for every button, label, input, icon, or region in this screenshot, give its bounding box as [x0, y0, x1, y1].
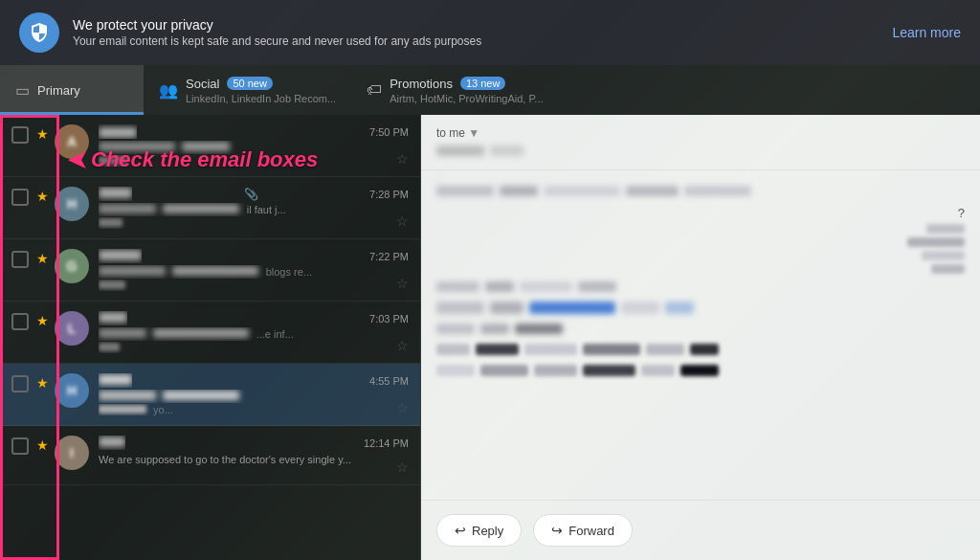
- forward-label: Forward: [568, 524, 614, 538]
- email-body-4: 7:03 PM ...e inf...: [99, 311, 409, 353]
- email-star-6[interactable]: ★: [36, 437, 49, 453]
- content-area: ➤ Check the email boxes ★ A 7:50 PM: [0, 115, 980, 560]
- email-sender-6: [99, 436, 125, 450]
- email-checkbox-5[interactable]: [11, 375, 29, 392]
- email-sender-4: [99, 311, 127, 325]
- email-checkbox-4[interactable]: [11, 313, 29, 330]
- tab-bar: ▭ Primary 👥 Social 50 new LinkedIn, Link…: [0, 65, 980, 115]
- tab-primary[interactable]: ▭ Primary: [0, 65, 144, 115]
- forward-button[interactable]: ↪ Forward: [533, 514, 633, 547]
- email-subject-3: blogs re...: [99, 265, 409, 279]
- tab-promotions-label: Promotions: [390, 77, 453, 91]
- tab-social-label: Social: [186, 77, 219, 91]
- email-preview-2: [99, 217, 409, 229]
- email-sender-1: [99, 124, 137, 139]
- privacy-text: We protect your privacy Your email conte…: [73, 17, 892, 48]
- star-button-4[interactable]: ☆: [396, 338, 409, 353]
- annotation-arrow: ➤: [67, 144, 89, 175]
- email-preview-3: [99, 280, 409, 291]
- privacy-title: We protect your privacy: [73, 17, 892, 33]
- email-avatar-5: H: [55, 373, 89, 408]
- email-subject-5: [99, 390, 409, 403]
- email-avatar-2: H: [55, 187, 89, 221]
- email-checkbox-2[interactable]: [11, 189, 29, 206]
- tab-promotions[interactable]: 🏷 Promotions 13 new Airtm, HotMic, ProWr…: [351, 65, 558, 115]
- social-subtitle: LinkedIn, LinkedIn Job Recom...: [186, 93, 336, 104]
- email-body-3: 7:22 PM blogs re...: [99, 249, 409, 291]
- learn-more-link[interactable]: Learn more: [892, 25, 961, 40]
- email-star-4[interactable]: ★: [36, 313, 49, 328]
- privacy-banner: We protect your privacy Your email conte…: [0, 0, 980, 65]
- star-button-1[interactable]: ☆: [396, 151, 409, 167]
- star-button-3[interactable]: ☆: [396, 276, 409, 291]
- promotions-badge: 13 new: [460, 77, 505, 90]
- attachment-icon-2: 📎: [244, 188, 258, 201]
- email-body-5: 4:55 PM yo...: [99, 373, 409, 415]
- tag-icon: 🏷: [367, 81, 382, 99]
- email-subject-2: il faut j...: [99, 203, 409, 216]
- reading-to: to me ▼: [436, 126, 965, 140]
- annotation-text: Check the email boxes: [91, 147, 318, 172]
- reply-button[interactable]: ↩ Reply: [436, 514, 522, 547]
- email-star-5[interactable]: ★: [36, 375, 49, 391]
- email-star-3[interactable]: ★: [36, 251, 49, 266]
- social-badge: 50 new: [227, 77, 272, 90]
- email-tag-2: il faut j...: [247, 204, 286, 215]
- tab-primary-label: Primary: [37, 83, 80, 98]
- inbox-icon: ▭: [15, 81, 30, 100]
- reading-pane: to me ▼: [421, 115, 980, 560]
- email-time-5: 4:55 PM: [369, 375, 409, 387]
- star-button-2[interactable]: ☆: [396, 213, 409, 229]
- email-avatar-4: L: [55, 311, 89, 346]
- email-preview-4: [99, 342, 409, 353]
- email-subject-4: ...e inf...: [99, 327, 409, 341]
- reading-footer: ↩ Reply ↪ Forward: [421, 500, 980, 560]
- email-sender-2: [99, 187, 132, 201]
- email-item-2[interactable]: ★ H 📎 7:28 PM il faut j...: [0, 177, 420, 239]
- email-checkbox-3[interactable]: [11, 251, 29, 268]
- reading-content: ?: [421, 170, 980, 500]
- email-star-2[interactable]: ★: [36, 189, 49, 204]
- email-item-3[interactable]: ★ G 7:22 PM blogs re...: [0, 239, 420, 302]
- email-body-6: 12:14 PM We are supposed to go to the do…: [99, 436, 409, 465]
- email-time-6: 12:14 PM: [364, 437, 409, 449]
- email-avatar-3: G: [55, 249, 89, 283]
- main-container: ▭ Primary 👥 Social 50 new LinkedIn, Link…: [0, 65, 980, 560]
- email-avatar-6: I: [55, 436, 89, 470]
- email-preview-6: We are supposed to go to the doctor's ev…: [99, 454, 409, 465]
- shield-icon: [19, 12, 59, 53]
- promotions-subtitle: Airtm, HotMic, ProWritingAid, P...: [390, 93, 543, 104]
- annotation: ➤ Check the email boxes: [67, 144, 318, 175]
- email-time-4: 7:03 PM: [369, 313, 409, 325]
- reading-header: to me ▼: [421, 115, 980, 170]
- privacy-subtitle: Your email content is kept safe and secu…: [73, 34, 892, 48]
- star-button-6[interactable]: ☆: [396, 459, 409, 475]
- email-sender-5: [99, 373, 132, 388]
- forward-icon: ↪: [551, 523, 563, 538]
- email-time-3: 7:22 PM: [369, 251, 409, 262]
- email-preview-5: yo...: [99, 404, 409, 415]
- reply-icon: ↩: [455, 523, 466, 538]
- email-checkbox-6[interactable]: [11, 437, 29, 455]
- email-item-4[interactable]: ★ L 7:03 PM ...e inf...: [0, 302, 420, 364]
- tab-social[interactable]: 👥 Social 50 new LinkedIn, LinkedIn Job R…: [144, 65, 351, 115]
- star-button-5[interactable]: ☆: [396, 400, 409, 415]
- email-time-1: 7:50 PM: [369, 126, 409, 138]
- email-body-2: 📎 7:28 PM il faut j...: [99, 187, 409, 229]
- email-time-2: 7:28 PM: [369, 189, 409, 200]
- email-sender-3: [99, 249, 142, 263]
- email-checkbox-1[interactable]: [11, 126, 29, 144]
- email-item-6[interactable]: ★ I 12:14 PM We are supposed to go to th…: [0, 426, 420, 485]
- people-icon: 👥: [159, 81, 178, 100]
- reply-label: Reply: [472, 524, 503, 538]
- email-item-5[interactable]: ★ H 4:55 PM: [0, 364, 420, 426]
- email-list: ➤ Check the email boxes ★ A 7:50 PM: [0, 115, 421, 560]
- email-star-1[interactable]: ★: [36, 126, 49, 142]
